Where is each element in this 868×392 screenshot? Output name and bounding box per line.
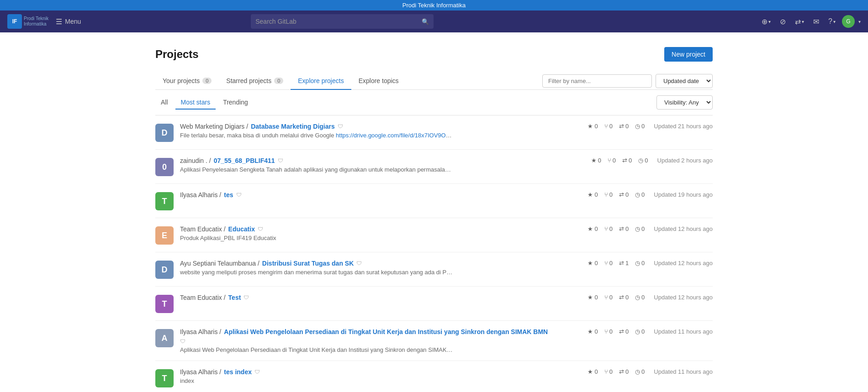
- subtab-all[interactable]: All: [155, 96, 174, 110]
- forks-stat: ⑂0: [604, 260, 613, 267]
- private-icon: 🛡: [338, 123, 343, 130]
- project-right: ★0 ⑂0 ⇄0 ◷0 Updated 11 hours ago: [587, 328, 713, 335]
- private-icon: 🛡: [243, 294, 249, 301]
- filter-input[interactable]: [542, 74, 652, 88]
- todos-button[interactable]: ✉: [810, 16, 822, 28]
- table-row: A Ilyasa Alharis / Aplikasi Web Pengelol…: [155, 321, 713, 361]
- project-description: website yang meliputi proses mengirim da…: [180, 269, 454, 276]
- tab-explore-projects[interactable]: Explore projects: [291, 73, 351, 90]
- project-stats: ★0 ⑂0 ⇄0 ◷0: [591, 157, 648, 164]
- subtab-most-stars[interactable]: Most stars: [175, 96, 216, 110]
- project-list: D Web Marketing Digiars / Database Marke…: [155, 115, 713, 392]
- help-button[interactable]: ? ▾: [826, 16, 838, 27]
- issues-stat: ◷0: [635, 260, 645, 267]
- project-link[interactable]: tes: [224, 191, 233, 199]
- mr-icon: ⇄: [619, 294, 624, 301]
- project-link[interactable]: Aplikasi Web Pengelolaan Persediaan di T…: [224, 328, 548, 335]
- project-link[interactable]: Database Marketing Digiars: [251, 123, 335, 130]
- create-button[interactable]: ⊕ ▾: [759, 16, 773, 28]
- mr-stat: ⇄0: [619, 123, 629, 130]
- merge-requests-button[interactable]: ⇄ ▾: [792, 16, 807, 28]
- project-updated: Updated 19 hours ago: [654, 191, 713, 198]
- project-stats: ★0 ⑂0 ⇄0 ◷0: [587, 328, 645, 335]
- private-icon: 🛡: [278, 157, 283, 164]
- table-row: T Team Educatix / Test 🛡 ★0 ⑂0 ⇄0 ◷0: [155, 287, 713, 321]
- issue-icon: ◷: [635, 260, 640, 267]
- mr-stat: ⇄0: [619, 191, 629, 198]
- table-row: T Ilyasa Alharis / tes 🛡 ★0 ⑂0 ⇄0 ◷0: [155, 184, 713, 218]
- mr-icon: ⇄: [619, 191, 624, 198]
- mr-icon: ⇄: [619, 368, 624, 375]
- issues-stat: ◷0: [635, 328, 645, 335]
- visibility-dropdown[interactable]: Visibility: Any Public Internal Private: [656, 95, 713, 110]
- fork-icon: ⑂: [604, 123, 608, 130]
- avatar: T: [155, 369, 174, 387]
- project-description: Aplikasi Web Pengelolaan Persediaan di T…: [180, 346, 454, 353]
- tab-starred-projects[interactable]: Starred projects 0: [219, 73, 291, 90]
- logo-icon: IF: [7, 14, 22, 29]
- fork-icon: ⑂: [604, 191, 608, 198]
- project-updated: Updated 11 hours ago: [654, 368, 713, 375]
- project-right: ★0 ⑂0 ⇄0 ◷0 Updated 12 hours ago: [587, 294, 713, 301]
- subtab-trending[interactable]: Trending: [217, 96, 254, 110]
- sort-dropdown[interactable]: Updated date Created date Last updated N…: [656, 74, 713, 88]
- stars-stat: ★0: [587, 328, 598, 335]
- project-description: Aplikasi Penyelesaian Sengketa Tanah ada…: [180, 166, 454, 173]
- forks-stat: ⑂0: [608, 157, 616, 164]
- star-icon: ★: [587, 368, 593, 375]
- project-link[interactable]: Educatix: [228, 225, 255, 233]
- private-icon: 🛡: [356, 260, 362, 267]
- project-name-row: Ayu Septiani Telaumbanua / Distribusi Su…: [180, 260, 581, 267]
- stars-stat: ★0: [587, 368, 598, 375]
- private-icon: 🛡: [236, 192, 242, 198]
- fork-icon: ⑂: [604, 328, 608, 335]
- search-box: 🔍: [251, 14, 434, 29]
- avatar: D: [155, 124, 174, 142]
- project-updated: Updated 21 hours ago: [654, 123, 713, 130]
- mr-stat: ⇄0: [619, 225, 629, 232]
- mr-stat: ⇄0: [622, 157, 632, 164]
- chevron-down-icon-mr: ▾: [802, 19, 804, 24]
- project-link[interactable]: Distribusi Surat Tugas dan SK: [262, 260, 354, 267]
- forks-stat: ⑂0: [604, 328, 613, 335]
- issue-icon: ◷: [635, 123, 640, 130]
- avatar: E: [155, 226, 174, 245]
- project-name-row: Ilyasa Alharis / tes index 🛡: [180, 368, 581, 376]
- stars-stat: ★0: [587, 191, 598, 198]
- tab-your-projects[interactable]: Your projects 0: [155, 73, 219, 90]
- project-link[interactable]: tes index: [224, 368, 252, 376]
- forks-stat: ⑂0: [604, 225, 613, 232]
- private-icon: 🛡: [180, 338, 185, 345]
- private-icon: 🛡: [254, 369, 260, 375]
- mr-icon: ⇄: [619, 328, 624, 335]
- avatar[interactable]: G: [842, 15, 855, 28]
- todo-icon: ✉: [813, 17, 819, 26]
- project-updated: Updated 12 hours ago: [654, 225, 713, 232]
- project-main: Ayu Septiani Telaumbanua / Distribusi Su…: [180, 260, 581, 276]
- project-main: Ilyasa Alharis / Aplikasi Web Pengelolaa…: [180, 328, 581, 353]
- project-updated: Updated 11 hours ago: [654, 328, 713, 335]
- project-main: Web Marketing Digiars / Database Marketi…: [180, 123, 581, 139]
- mr-stat: ⇄0: [619, 328, 629, 335]
- logo-area: IF Prodi TeknikInformatika: [7, 14, 48, 29]
- star-icon: ★: [587, 191, 593, 198]
- avatar: A: [155, 329, 174, 347]
- project-link[interactable]: Test: [228, 294, 241, 301]
- menu-button[interactable]: ☰ Menu: [56, 17, 81, 26]
- stars-stat: ★0: [587, 225, 598, 232]
- private-badge-row: 🛡: [180, 337, 581, 345]
- star-icon: ★: [587, 260, 593, 267]
- new-project-button[interactable]: New project: [664, 47, 713, 62]
- project-link[interactable]: 07_55_68_PBLIF411: [214, 157, 275, 164]
- issues-button[interactable]: ⊘: [777, 16, 789, 28]
- star-icon: ★: [587, 328, 593, 335]
- table-row: E Team Educatix / Educatix 🛡 Produk Apli…: [155, 218, 713, 252]
- tab-explore-topics[interactable]: Explore topics: [351, 73, 406, 90]
- project-name-row: Ilyasa Alharis / Aplikasi Web Pengelolaa…: [180, 328, 581, 335]
- search-input[interactable]: [255, 18, 419, 25]
- mr-stat: ⇄0: [619, 368, 629, 375]
- project-right: ★0 ⑂0 ⇄0 ◷0 Updated 2 hours ago: [591, 157, 713, 164]
- forks-stat: ⑂0: [604, 294, 613, 301]
- issues-stat: ◷0: [635, 294, 645, 301]
- stars-stat: ★0: [587, 294, 598, 301]
